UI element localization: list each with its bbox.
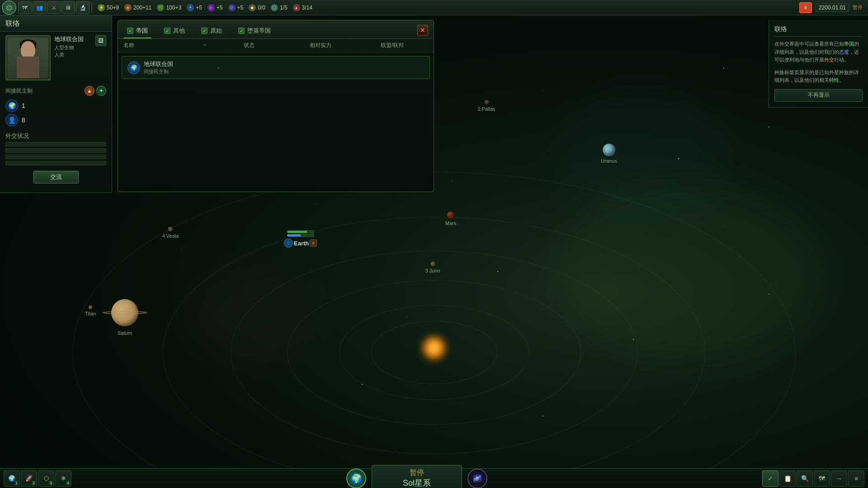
topbar-resources: ⚡ 50+9 ◈ 200+11 🌿 100+3 ✦ +5 ◉ +5 ⚙ +5 ◆… bbox=[98, 4, 799, 11]
br-icon-map[interactable]: 🗺 bbox=[814, 470, 830, 487]
bottom-center: 🌍 暂停 Sol星系 🌌 bbox=[71, 465, 762, 488]
earth-indicator[interactable]: Earth ✕ bbox=[284, 230, 317, 248]
planet-uranus[interactable]: Uranus bbox=[601, 144, 617, 164]
bottom-btn-stations[interactable]: ⬡ 3 bbox=[38, 470, 54, 487]
dip-bar-3 bbox=[5, 155, 106, 159]
br-icon-list[interactable]: 📋 bbox=[779, 470, 796, 487]
bottom-btn-ships[interactable]: 🚀 2 bbox=[21, 470, 37, 487]
bottom-badge-3: 3 bbox=[49, 481, 53, 485]
modal-close-btn[interactable]: ✕ bbox=[417, 25, 428, 36]
pop-count: 8 bbox=[22, 117, 25, 124]
planet-juno[interactable]: 3 Juno bbox=[425, 262, 440, 273]
topbar-sep bbox=[91, 2, 92, 13]
portrait-icon-btn[interactable]: 🖼 bbox=[95, 35, 106, 46]
empire-name: 地球联合国 bbox=[54, 35, 84, 43]
minerals-value: 200+11 bbox=[133, 5, 151, 11]
system-map-icon[interactable]: 🌌 bbox=[467, 469, 487, 488]
resource-minerals: ◈ 200+11 bbox=[124, 4, 151, 11]
consumer-icon: ⬡ bbox=[271, 4, 278, 11]
pause-button[interactable]: ⏸ bbox=[799, 2, 812, 13]
tab-primitive-label: 原始 bbox=[210, 27, 222, 35]
br-icon-menu[interactable]: ≡ bbox=[848, 470, 864, 487]
table-row[interactable]: 🌍 地球联合国 间接民主制 - bbox=[122, 56, 430, 79]
earth-label[interactable]: Earth bbox=[294, 240, 309, 247]
bottom-right-icons: ✓ 📋 🔍 🗺 → ≡ bbox=[762, 470, 864, 487]
unity-icon: ◉ bbox=[208, 4, 215, 11]
right-info-panel: 联络 在外交界面中可以查看所有已知帝国的详细列表，以及他们对我们的态度，还可以便… bbox=[769, 20, 868, 108]
system-name-display: 暂停 Sol星系 bbox=[372, 465, 462, 488]
minerals-icon: ◈ bbox=[124, 4, 132, 11]
bottom-btn-cold[interactable]: ❄ 4 bbox=[55, 470, 71, 487]
no-show-button[interactable]: 不再显示 bbox=[774, 89, 863, 102]
topbar-btn-species[interactable]: 👥 bbox=[33, 1, 46, 14]
topbar-btn-fleet[interactable]: ⚔ bbox=[47, 1, 61, 14]
topbar-btn-tech[interactable]: 🔬 bbox=[76, 1, 90, 14]
empire-info: 地球联合国 人型生物 人类 🖼 bbox=[54, 35, 106, 59]
left-panel: 联络 地球联合国 人型生物 人类 🖼 间接民主制 ▲ ✦ bbox=[0, 15, 112, 193]
bottom-badge-4: 4 bbox=[66, 481, 70, 485]
dip-bar-2 bbox=[5, 148, 106, 153]
game-logo[interactable]: ⬡ bbox=[2, 0, 16, 15]
exchange-button[interactable]: 交流 bbox=[33, 171, 79, 183]
planet-titan[interactable]: Titan bbox=[85, 305, 96, 316]
topbar: ⬡ 🗺 👥 ⚔ 🏛 🔬 ⚡ 50+9 ◈ 200+11 🌿 100+3 ✦ +5… bbox=[0, 0, 868, 15]
topbar-btn-empire[interactable]: 🏛 bbox=[61, 1, 75, 14]
topbar-icon-group: 🗺 👥 ⚔ 🏛 🔬 bbox=[18, 1, 90, 14]
tab-other-label: 其他 bbox=[173, 27, 185, 35]
highlight-traits: 特性 bbox=[829, 77, 839, 83]
tab-empire-checkbox[interactable]: ✓ bbox=[127, 28, 133, 34]
empire-stats: 🌍 1 👤 8 bbox=[0, 98, 112, 128]
earth-icon-row: Earth ✕ bbox=[284, 239, 317, 248]
tab-other-checkbox[interactable]: ✓ bbox=[164, 28, 170, 34]
resource-tech: ⚙ +5 bbox=[228, 4, 244, 11]
br-icon-search[interactable]: 🔍 bbox=[797, 470, 813, 487]
pause-icon: ⏸ bbox=[803, 5, 808, 10]
topbar-btn-map[interactable]: 🗺 bbox=[18, 1, 32, 14]
planet-mars[interactable]: Mars bbox=[445, 211, 456, 226]
bottom-badge-1: 1 bbox=[14, 481, 19, 485]
row-action: - bbox=[209, 65, 227, 71]
planet-vesta[interactable]: 4 Vesta bbox=[162, 227, 179, 239]
diplomacy-modal: ✓ 帝国 ✓ 其他 ✓ 原始 ✓ 堕落帝国 ✕ 名称 → 状态 相对实力 联盟/… bbox=[118, 20, 434, 192]
col-status-header: 状态 bbox=[213, 42, 285, 49]
tab-fallen-label: 堕落帝国 bbox=[247, 27, 271, 35]
ethics-label: 间接民主制 bbox=[5, 87, 83, 95]
tab-fallen[interactable]: ✓ 堕落帝国 bbox=[235, 24, 274, 38]
row-empire-name: 地球联合国 bbox=[144, 60, 209, 68]
earth-bars bbox=[287, 230, 314, 237]
highlight-empire: 帝国 bbox=[844, 41, 854, 47]
tech-icon: ⚙ bbox=[228, 4, 236, 11]
influence-icon: ✦ bbox=[187, 4, 194, 11]
empire-avatar[interactable] bbox=[5, 35, 51, 80]
resource-energy: ⚡ 50+9 bbox=[98, 4, 119, 11]
influence-value: +5 bbox=[196, 5, 202, 11]
br-icon-check[interactable]: ✓ bbox=[762, 470, 778, 487]
diplomacy-bars bbox=[0, 142, 112, 165]
tab-primitive[interactable]: ✓ 原始 bbox=[198, 24, 226, 38]
planet-stat-icon: 🌍 bbox=[5, 99, 18, 112]
panel-title: 联络 bbox=[0, 15, 112, 32]
date-display: 2200.01.01 bbox=[816, 3, 849, 12]
ethics-icon-green[interactable]: ✦ bbox=[96, 86, 106, 96]
stat-row-pops: 👤 8 bbox=[5, 114, 106, 127]
right-info-text1: 在外交界面中可以查看所有已知帝国的详细列表，以及他们对我们的态度，还可以便利地与… bbox=[774, 40, 863, 64]
strategic-icon: ▲ bbox=[293, 4, 300, 11]
planet-pallas[interactable]: 2 Pallas bbox=[477, 100, 495, 112]
alloys-value: 0/0 bbox=[258, 5, 265, 11]
ethics-icon-orange[interactable]: ▲ bbox=[85, 86, 94, 96]
br-icon-arrow[interactable]: → bbox=[831, 470, 847, 487]
col-name-header: 名称 bbox=[123, 42, 195, 49]
bottom-badge-2: 2 bbox=[32, 481, 36, 485]
earth-close-btn[interactable]: ✕ bbox=[310, 239, 317, 247]
system-globe-icon[interactable]: 🌍 bbox=[346, 469, 366, 488]
earth-health-bar bbox=[287, 230, 314, 233]
planet-saturn[interactable]: Saturn bbox=[109, 297, 141, 336]
right-info-title: 联络 bbox=[774, 25, 863, 37]
planet-count: 1 bbox=[22, 102, 25, 109]
bottom-btn-planet[interactable]: 🌍 1 bbox=[4, 470, 20, 487]
tab-fallen-checkbox[interactable]: ✓ bbox=[238, 28, 245, 34]
tab-other[interactable]: ✓ 其他 bbox=[160, 24, 189, 38]
tab-primitive-checkbox[interactable]: ✓ bbox=[201, 28, 208, 34]
system-name-text: Sol星系 bbox=[403, 479, 431, 488]
tab-empire[interactable]: ✓ 帝国 bbox=[123, 24, 151, 38]
